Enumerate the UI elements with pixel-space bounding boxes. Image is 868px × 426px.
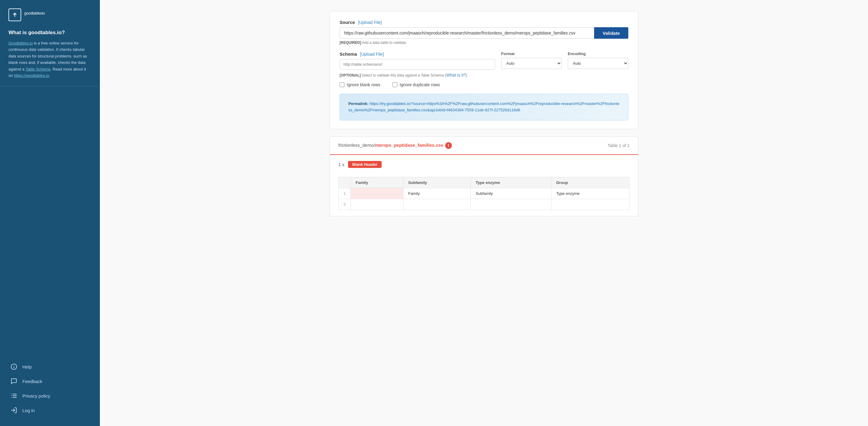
data-table-wrap: Family Subfamily Type enzyme Group 1 Fam… xyxy=(330,177,638,216)
table-header-row: Family Subfamily Type enzyme Group xyxy=(339,177,629,188)
ignore-blank-label: Ignore blank rows xyxy=(347,82,380,87)
form-section: Source [Upload File] Validate [REQUIRED]… xyxy=(330,11,638,129)
data-table: Family Subfamily Type enzyme Group 1 Fam… xyxy=(338,177,629,210)
what-is-it-link[interactable]: What is it? xyxy=(446,73,466,77)
sidebar-item-help[interactable]: Help xyxy=(6,359,94,374)
permalink-label: Permalink: xyxy=(348,101,368,106)
goodtables-url-link[interactable]: https://goodtables.io xyxy=(14,73,49,78)
sidebar: goodtablesio What is goodtables.io? Good… xyxy=(0,0,100,426)
table-schema-link[interactable]: Table Schema xyxy=(25,67,50,71)
blank-header-badge: Blank Header xyxy=(348,161,382,168)
error-count: 1 x xyxy=(338,162,344,167)
ignore-duplicate-label: Ignore duplicate rows xyxy=(400,82,440,87)
table-row: 1 Family Subfamily Type enzyme xyxy=(339,188,629,199)
schema-hint-end: ). xyxy=(466,73,468,77)
col-group: Group xyxy=(551,177,629,188)
cell-type-enzyme xyxy=(471,199,551,210)
col-subfamily: Subfamily xyxy=(403,177,471,188)
schema-label: Schema xyxy=(340,52,357,57)
sidebar-description: Goodtables.io is a free online service f… xyxy=(8,40,91,79)
source-upload-link[interactable]: [Upload File] xyxy=(358,20,382,25)
cell-type-enzyme: Subfamily xyxy=(471,188,551,199)
cell-family xyxy=(351,188,403,199)
sidebar-item-login[interactable]: Log in xyxy=(6,403,94,418)
ignore-blank-rows-checkbox[interactable]: Ignore blank rows xyxy=(340,82,380,87)
sidebar-item-label: Log in xyxy=(22,408,35,413)
cell-subfamily: Family xyxy=(403,188,471,199)
source-hint-text: Add a data table to validate. xyxy=(362,40,407,45)
logo-icon xyxy=(8,8,21,21)
file-name-link[interactable]: merops_peptidase_families.csv xyxy=(375,142,443,148)
schema-grid: Schema [Upload File] Format Auto CSV XLS… xyxy=(340,52,628,70)
info-circle-icon xyxy=(10,362,18,371)
encoding-label: Encoding xyxy=(568,52,628,56)
sidebar-item-feedback[interactable]: Feedback xyxy=(6,374,94,389)
sidebar-heading: What is goodtables.io? xyxy=(8,30,91,36)
source-input[interactable] xyxy=(340,27,594,39)
file-path: frictionless_demo/merops_peptidase_famil… xyxy=(338,142,452,149)
login-icon xyxy=(10,406,18,415)
schema-upload-link[interactable]: [Upload File] xyxy=(360,52,384,57)
cell-group: Type enzyme xyxy=(551,188,629,199)
table-count: Table 1 of 1 xyxy=(608,143,629,148)
col-row-num xyxy=(339,177,351,188)
col-type-enzyme: Type enzyme xyxy=(471,177,551,188)
schema-optional: [OPTIONAL] xyxy=(340,73,361,77)
results-header: frictionless_demo/merops_peptidase_famil… xyxy=(330,137,638,155)
source-field-row: Source [Upload File] xyxy=(340,20,628,25)
sidebar-header: goodtablesio What is goodtables.io? Good… xyxy=(0,0,100,87)
cell-subfamily xyxy=(403,199,471,210)
sidebar-item-label: Privacy policy xyxy=(22,393,50,398)
source-label: Source xyxy=(340,20,355,25)
schema-input[interactable] xyxy=(340,59,495,70)
checkbox-row: Ignore blank rows Ignore duplicate rows xyxy=(340,82,628,87)
row-number: 1 xyxy=(339,188,351,199)
sidebar-nav: Help Feedback Privacy polic xyxy=(0,87,100,426)
sidebar-item-label: Feedback xyxy=(22,379,42,384)
logo-text: goodtablesio xyxy=(24,11,45,19)
table-row: 2 xyxy=(339,199,629,210)
cell-family xyxy=(351,199,403,210)
logo-area: goodtablesio xyxy=(8,8,91,21)
schema-field-row: Schema [Upload File] xyxy=(340,52,495,57)
sidebar-item-label: Help xyxy=(22,364,32,369)
list-icon xyxy=(10,392,18,400)
ignore-blank-checkbox-input[interactable] xyxy=(340,82,344,87)
results-section: frictionless_demo/merops_peptidase_famil… xyxy=(330,136,638,216)
schema-hint: [OPTIONAL] Select to validate this data … xyxy=(340,73,628,77)
logo-brand: goodtables xyxy=(24,11,42,15)
permalink-url[interactable]: https://try.goodtables.io/?source=https%… xyxy=(348,101,619,112)
format-select[interactable]: Auto CSV XLS XLSX ODS xyxy=(501,58,562,69)
schema-hint-text: Select to validate this data against a T… xyxy=(362,73,446,77)
chat-icon xyxy=(10,377,18,386)
encoding-select[interactable]: Auto UTF-8 UTF-16 Latin-1 xyxy=(568,58,628,69)
format-label: Format xyxy=(501,52,562,56)
col-family: Family xyxy=(351,177,403,188)
encoding-col: Encoding Auto UTF-8 UTF-16 Latin-1 xyxy=(568,52,628,70)
logo-suffix: io xyxy=(42,11,45,15)
error-summary: 1 x Blank Header xyxy=(330,155,638,177)
file-error-badge: 1 xyxy=(445,142,452,149)
format-col: Format Auto CSV XLS XLSX ODS xyxy=(501,52,562,70)
ignore-duplicate-rows-checkbox[interactable]: Ignore duplicate rows xyxy=(393,82,440,87)
error-summary-row: 1 x Blank Header xyxy=(338,161,629,168)
source-input-row: Validate xyxy=(340,27,628,39)
cell-group xyxy=(551,199,629,210)
permalink-box: Permalink: https://try.goodtables.io/?so… xyxy=(340,94,628,121)
source-required: [REQUIRED] xyxy=(340,40,361,45)
goodtables-link[interactable]: Goodtables.io xyxy=(8,41,33,45)
main-content: Source [Upload File] Validate [REQUIRED]… xyxy=(100,0,868,426)
source-hint: [REQUIRED] Add a data table to validate. xyxy=(340,40,628,45)
sidebar-item-privacy[interactable]: Privacy policy xyxy=(6,389,94,403)
ignore-duplicate-checkbox-input[interactable] xyxy=(393,82,397,87)
validate-button[interactable]: Validate xyxy=(594,27,628,39)
file-path-prefix: frictionless_demo/ xyxy=(338,142,375,148)
schema-col: Schema [Upload File] xyxy=(340,52,495,70)
row-number: 2 xyxy=(339,199,351,210)
